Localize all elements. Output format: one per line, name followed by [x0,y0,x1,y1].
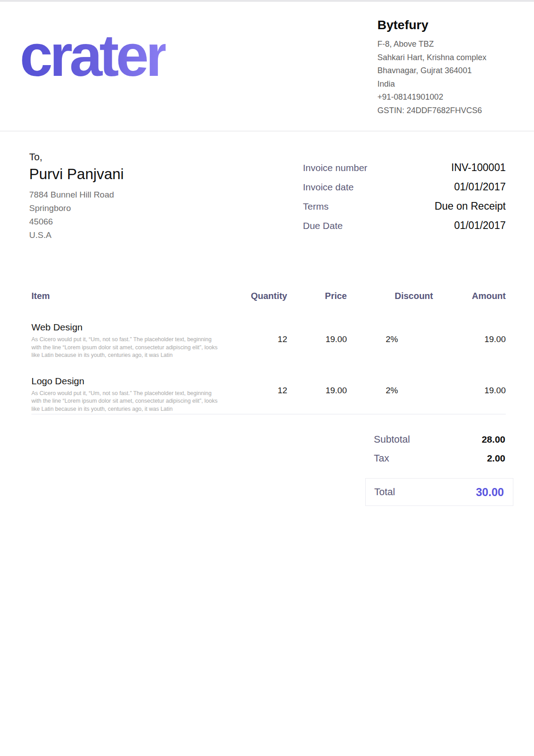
item-name: Web Design [31,322,202,333]
invoice-number-label: Invoice number [303,163,368,173]
total-box: Total 30.00 [365,478,513,506]
terms-value: Due on Receipt [434,200,506,212]
item-row: Logo Design As Cicero would put it, “Um,… [31,360,506,414]
customer-name: Purvi Panjvani [29,166,124,183]
column-header-discount: Discount [347,291,433,308]
invoice-meta: Invoice number INV-100001 Invoice date 0… [303,158,506,235]
item-price: 19.00 [287,360,347,414]
meta-row-invoice-date: Invoice date 01/01/2017 [303,177,506,197]
column-header-quantity: Quantity [202,291,287,308]
invoice-header: crater Bytefury F-8, Above TBZ Sahkari H… [0,2,534,132]
subtotal-value: 28.00 [481,434,505,445]
item-cell: Web Design As Cicero would put it, “Um, … [31,308,202,360]
totals-block: Subtotal 28.00 Tax 2.00 Total 30.00 [365,430,513,506]
item-row: Web Design As Cicero would put it, “Um, … [31,308,506,360]
item-quantity: 12 [202,360,287,414]
tax-row: Tax 2.00 [365,449,513,468]
customer-address-line: Springboro [29,202,124,215]
column-header-item: Item [31,291,202,308]
invoice-date-value: 01/01/2017 [454,181,506,193]
company-address-line: Sahkari Hart, Krishna complex [377,51,486,65]
customer-address-line: 7884 Bunnel Hill Road [29,188,124,202]
invoice-number-value: INV-100001 [451,162,506,174]
due-date-label: Due Date [303,220,343,231]
tax-value: 2.00 [487,453,505,464]
bill-to-block: To, Purvi Panjvani 7884 Bunnel Hill Road… [29,151,124,242]
meta-row-due-date: Due Date 01/01/2017 [303,216,506,235]
due-date-value: 01/01/2017 [454,220,506,232]
item-quantity: 12 [202,308,287,360]
subtotal-row: Subtotal 28.00 [365,430,513,449]
customer-address-line: U.S.A [29,229,124,242]
customer-address-line: 45066 [29,215,124,229]
item-discount: 2% [347,308,433,360]
terms-label: Terms [303,201,328,212]
company-name: Bytefury [377,18,486,32]
company-gstin: GSTIN: 24DDF7682FHVCS6 [377,104,486,118]
company-address: F-8, Above TBZ Sahkari Hart, Krishna com… [377,38,486,117]
company-info: Bytefury F-8, Above TBZ Sahkari Hart, Kr… [377,18,486,117]
crater-logo: crater [20,26,166,85]
items-table-header: Item Quantity Price Discount Amount [31,291,506,308]
bill-to-prefix: To, [29,151,124,163]
item-description: As Cicero would put it, “Um, not so fast… [31,390,220,413]
tax-label: Tax [374,453,389,464]
company-address-line: F-8, Above TBZ [377,38,486,51]
item-name: Logo Design [31,376,202,387]
meta-row-invoice-number: Invoice number INV-100001 [303,158,506,177]
item-price: 19.00 [287,308,347,360]
column-header-price: Price [287,291,347,308]
items-table: Item Quantity Price Discount Amount Web … [31,291,506,414]
item-description: As Cicero would put it, “Um, not so fast… [31,336,220,360]
invoice-page: crater Bytefury F-8, Above TBZ Sahkari H… [0,0,534,756]
meta-row-terms: Terms Due on Receipt [303,197,506,216]
company-phone: +91-08141901002 [377,91,486,104]
company-address-line: India [377,78,486,91]
customer-address: 7884 Bunnel Hill Road Springboro 45066 U… [29,188,124,242]
item-amount: 19.00 [433,360,506,414]
item-discount: 2% [347,360,433,414]
item-cell: Logo Design As Cicero would put it, “Um,… [31,360,202,414]
total-label: Total [374,486,395,498]
company-address-line: Bhavnagar, Gujrat 364001 [377,64,486,78]
subtotal-label: Subtotal [374,434,410,445]
total-value: 30.00 [476,486,504,499]
invoice-date-label: Invoice date [303,182,354,193]
item-amount: 19.00 [433,308,506,360]
column-header-amount: Amount [433,291,506,308]
